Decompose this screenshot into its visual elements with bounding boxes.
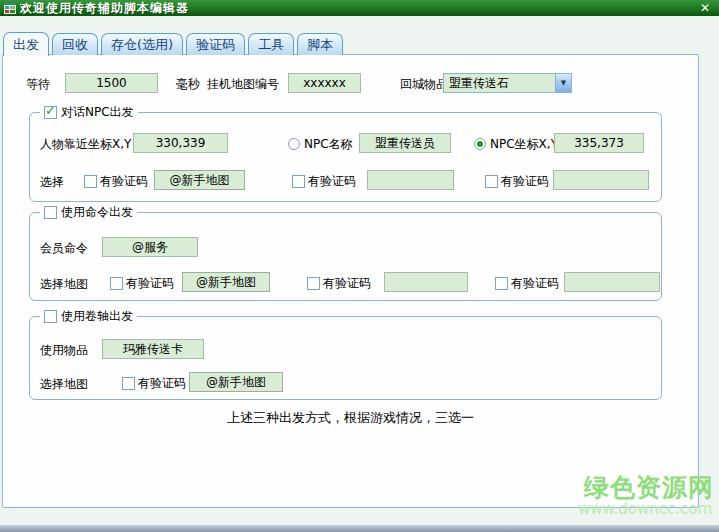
npc-name-radio[interactable] (288, 138, 300, 150)
captcha-label: 有验证码 (100, 173, 148, 190)
npc-depart-group: ✓ 对话NPC出发 人物靠近坐标X,Y 330,339 NPC名称 盟重传送员 … (29, 112, 662, 202)
town-item-select[interactable]: 盟重传送石 ▼ (443, 73, 572, 93)
npc-depart-legend: ✓ 对话NPC出发 (40, 105, 138, 119)
npc-coord-input[interactable]: 335,373 (554, 133, 644, 153)
scroll-depart-legend: 使用卷轴出发 (40, 309, 137, 323)
command-depart-legend: 使用命令出发 (40, 205, 137, 219)
tab-label: 脚本 (307, 37, 333, 52)
captcha-input-2[interactable] (367, 170, 454, 190)
newbie-map-button-1[interactable]: @新手地图 (154, 170, 245, 190)
npc-coord-label: NPC坐标X,Y (490, 136, 558, 153)
tab-recycle[interactable]: 回收 (52, 33, 98, 55)
newbie-map-button-3[interactable]: @新手地图 (189, 372, 283, 392)
tab-strip: 出发 回收 存仓(选用) 验证码 工具 脚本 (3, 31, 343, 55)
captcha-checkbox-2[interactable] (292, 175, 305, 188)
select-label: 选择 (40, 175, 64, 189)
radio-dot-icon (477, 141, 483, 147)
captcha-checkbox-3[interactable] (485, 175, 498, 188)
town-item-label: 回城物品 (400, 77, 448, 91)
captcha-label: 有验证码 (308, 173, 356, 190)
app-icon (4, 2, 16, 14)
captcha-option-1[interactable]: 有验证码 (84, 174, 148, 188)
wait-unit-label: 毫秒 (176, 77, 200, 91)
tab-captcha[interactable]: 验证码 (186, 33, 245, 55)
tab-label: 回收 (62, 37, 88, 52)
scroll-depart-group: 使用卷轴出发 使用物品 玛雅传送卡 选择地图 有验证码 @新手地图 (29, 316, 662, 400)
tab-depart[interactable]: 出发 (3, 32, 49, 56)
select-map-label: 选择地图 (40, 277, 88, 291)
tab-label: 工具 (258, 37, 284, 52)
approach-coord-label: 人物靠近坐标X,Y (40, 137, 131, 151)
captcha-label: 有验证码 (501, 173, 549, 190)
captcha-label: 有验证码 (126, 275, 174, 292)
tab-label: 出发 (13, 37, 39, 52)
captcha-input-3[interactable] (564, 272, 660, 292)
map-number-label: 挂机地图编号 (207, 77, 279, 91)
scroll-depart-title: 使用卷轴出发 (61, 309, 133, 323)
tab-script[interactable]: 脚本 (297, 33, 343, 55)
captcha-checkbox-1[interactable] (122, 377, 135, 390)
captcha-option-3[interactable]: 有验证码 (495, 276, 559, 290)
npc-name-input[interactable]: 盟重传送员 (359, 133, 451, 153)
captcha-label: 有验证码 (138, 375, 186, 392)
captcha-input-3[interactable] (553, 170, 649, 190)
app-window: 欢迎使用传奇辅助脚本编辑器 ✕ 出发 回收 存仓(选用) 验证码 工具 脚本 等… (0, 0, 719, 532)
window-title: 欢迎使用传奇辅助脚本编辑器 (20, 0, 189, 16)
npc-coord-radio[interactable] (474, 138, 486, 150)
captcha-option-1[interactable]: 有验证码 (122, 376, 186, 390)
scroll-depart-checkbox[interactable] (44, 310, 57, 323)
npc-depart-title: 对话NPC出发 (61, 105, 134, 119)
captcha-checkbox-2[interactable] (307, 277, 320, 290)
captcha-option-2[interactable]: 有验证码 (292, 174, 356, 188)
command-depart-title: 使用命令出发 (61, 205, 133, 219)
captcha-label: 有验证码 (511, 275, 559, 292)
npc-name-label: NPC名称 (304, 136, 353, 153)
map-number-input[interactable]: xxxxxx (288, 73, 361, 93)
tab-storage[interactable]: 存仓(选用) (101, 33, 183, 55)
captcha-option-2[interactable]: 有验证码 (307, 276, 371, 290)
newbie-map-button-2[interactable]: @新手地图 (182, 272, 270, 292)
npc-coord-radio-option[interactable]: NPC坐标X,Y (474, 137, 558, 151)
wait-label: 等待 (26, 77, 50, 91)
watermark-site-url: www.downcc.com (578, 500, 712, 518)
tab-label: 验证码 (196, 37, 235, 52)
close-icon[interactable]: ✕ (695, 1, 715, 15)
captcha-label: 有验证码 (323, 275, 371, 292)
member-command-label: 会员命令 (40, 241, 88, 255)
member-command-input[interactable]: @服务 (102, 237, 198, 257)
command-depart-group: 使用命令出发 会员命令 @服务 选择地图 有验证码 @新手地图 有验证码 有验证… (29, 212, 662, 301)
footer-note: 上述三种出发方式，根据游戏情况，三选一 (3, 409, 698, 427)
titlebar[interactable]: 欢迎使用传奇辅助脚本编辑器 ✕ (0, 0, 719, 16)
captcha-checkbox-3[interactable] (495, 277, 508, 290)
approach-coord-input[interactable]: 330,339 (133, 133, 228, 153)
tab-label: 存仓(选用) (111, 37, 173, 52)
captcha-option-3[interactable]: 有验证码 (485, 174, 549, 188)
use-item-label: 使用物品 (40, 343, 88, 357)
command-depart-checkbox[interactable] (44, 206, 57, 219)
captcha-input-2[interactable] (384, 272, 468, 292)
captcha-checkbox-1[interactable] (84, 175, 97, 188)
tab-tools[interactable]: 工具 (248, 33, 294, 55)
depart-tab-panel: 等待 1500 毫秒 挂机地图编号 xxxxxx 回城物品 盟重传送石 ▼ ✓ … (2, 54, 699, 508)
check-icon: ✓ (45, 104, 56, 118)
captcha-option-1[interactable]: 有验证码 (110, 276, 174, 290)
select-map-label: 选择地图 (40, 377, 88, 391)
wait-input[interactable]: 1500 (65, 73, 158, 93)
captcha-checkbox-1[interactable] (110, 277, 123, 290)
npc-depart-checkbox[interactable]: ✓ (44, 106, 57, 119)
npc-name-radio-option[interactable]: NPC名称 (288, 137, 353, 151)
use-item-input[interactable]: 玛雅传送卡 (102, 339, 204, 359)
bottom-edge-bar (0, 525, 719, 532)
town-item-value: 盟重传送石 (444, 74, 555, 92)
chevron-down-icon[interactable]: ▼ (555, 74, 571, 92)
